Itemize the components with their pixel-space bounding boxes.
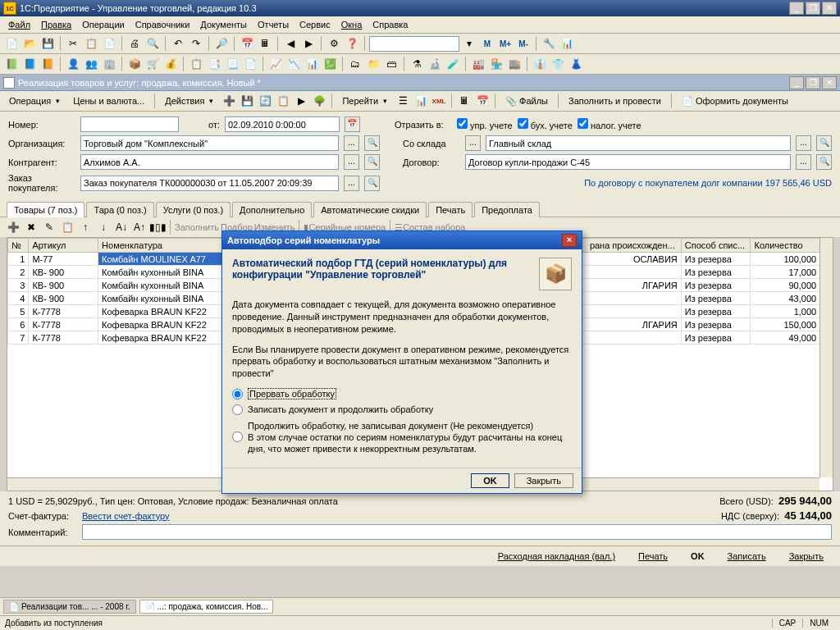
dog-choose-button[interactable]: ... xyxy=(796,154,811,170)
tb2-icon[interactable]: 📁 xyxy=(365,56,381,72)
tb2-icon[interactable]: 📄 xyxy=(242,56,258,72)
tb2-icon[interactable]: 🛒 xyxy=(144,56,161,72)
copy-icon[interactable]: 📋 xyxy=(83,35,99,52)
down-icon[interactable]: ↓ xyxy=(95,219,112,235)
radio-continue[interactable]: Продолжить обработку, не записывая докум… xyxy=(232,420,572,455)
org-open-button[interactable]: 🔍 xyxy=(364,135,380,151)
doc-close-button[interactable]: ✕ xyxy=(822,76,837,89)
xml-icon[interactable]: XML xyxy=(431,93,447,109)
fill-post-button[interactable]: Заполнить и провести xyxy=(563,94,667,107)
date-picker-button[interactable]: 📅 xyxy=(345,116,360,132)
copy-row-icon[interactable]: 📋 xyxy=(59,219,75,235)
modal-close-btn[interactable]: Закрыть xyxy=(514,473,573,488)
wh-open-button[interactable]: 🔍 xyxy=(816,135,832,151)
calc-doc-icon[interactable]: 🖩 xyxy=(456,93,472,109)
tb2-icon[interactable]: 👗 xyxy=(568,56,584,72)
files-button[interactable]: 📎Файлы xyxy=(500,94,554,108)
sort-az-icon[interactable]: A↓ xyxy=(113,219,130,235)
radio-abort-input[interactable] xyxy=(232,389,243,399)
tb2-icon[interactable]: 💹 xyxy=(322,56,338,72)
menu-help[interactable]: Справка xyxy=(368,18,413,31)
number-input[interactable] xyxy=(80,116,179,132)
calc-input[interactable] xyxy=(369,36,459,52)
modal-titlebar[interactable]: Автоподбор серий номенклатуры × xyxy=(222,231,582,249)
del-row-icon[interactable]: ✖ xyxy=(23,219,39,235)
contr-open-button[interactable]: 🔍 xyxy=(364,154,380,170)
tab-goods[interactable]: Товары (7 поз.) xyxy=(7,202,84,217)
tb2-icon[interactable]: 🏭 xyxy=(470,56,486,72)
issue-docs-button[interactable]: 📄Оформить документы xyxy=(676,94,794,108)
up-icon[interactable]: ↑ xyxy=(77,219,94,235)
mem-mplus-button[interactable]: M+ xyxy=(497,35,514,52)
org-input[interactable] xyxy=(80,135,339,151)
next-icon[interactable]: ▶ xyxy=(300,35,317,52)
find-icon[interactable]: 🔎 xyxy=(213,35,230,52)
calendar-icon[interactable]: 📅 xyxy=(239,35,255,52)
doc-restore-button[interactable]: ❐ xyxy=(806,76,820,89)
sf-link[interactable]: Ввести счет-фактуру xyxy=(82,511,170,521)
date-input[interactable] xyxy=(225,116,340,132)
chk-upr[interactable]: упр. учете xyxy=(457,118,513,130)
calc-icon[interactable]: 🖩 xyxy=(257,35,273,52)
col-article[interactable]: Артикул xyxy=(29,239,98,253)
print-icon[interactable]: 🖨 xyxy=(126,35,143,52)
tb2-icon[interactable]: ⚗ xyxy=(409,56,425,72)
list-icon[interactable]: ☰ xyxy=(395,93,411,109)
refresh-icon[interactable]: 🔄 xyxy=(257,93,273,109)
prices-button[interactable]: Цены и валюта... xyxy=(67,94,150,107)
tb2-icon[interactable]: 🔬 xyxy=(427,56,443,72)
wh-input[interactable] xyxy=(486,135,791,151)
tb2-icon[interactable]: 🏬 xyxy=(506,56,523,72)
undo-icon[interactable]: ↶ xyxy=(170,35,186,52)
open-icon[interactable]: 📂 xyxy=(21,35,38,52)
wh-choose-button[interactable]: ... xyxy=(796,135,811,151)
new-icon[interactable]: 📄 xyxy=(3,35,20,52)
contr-input[interactable] xyxy=(80,154,339,170)
print-button[interactable]: Печать xyxy=(630,550,676,563)
radio-abort[interactable]: Прервать обработку xyxy=(232,388,572,399)
fill-grid-button[interactable]: Заполнить xyxy=(175,222,219,232)
save-button[interactable]: Записать xyxy=(719,550,774,563)
mem-mminus-button[interactable]: M- xyxy=(515,35,532,52)
tab-tara[interactable]: Тара (0 поз.) xyxy=(86,202,153,217)
tb2-icon[interactable]: 📋 xyxy=(188,56,204,72)
modal-close-button[interactable]: × xyxy=(562,234,577,247)
dog-input[interactable] xyxy=(465,154,791,170)
close-button[interactable]: ✕ xyxy=(822,2,837,15)
contr-choose-button[interactable]: ... xyxy=(344,154,359,170)
cal2-icon[interactable]: 📅 xyxy=(474,93,491,109)
preview-icon[interactable]: 🔍 xyxy=(144,35,161,52)
help-icon[interactable]: ❓ xyxy=(344,35,360,52)
redo-icon[interactable]: ↷ xyxy=(188,35,204,52)
tb2-icon[interactable]: 🏢 xyxy=(101,56,117,72)
tab-print[interactable]: Печать xyxy=(428,202,472,217)
minimize-button[interactable]: _ xyxy=(789,2,804,15)
order-open-button[interactable]: 🔍 xyxy=(364,176,380,191)
tb2-icon[interactable]: 📑 xyxy=(206,56,222,72)
tb2-icon[interactable]: 🏪 xyxy=(488,56,504,72)
sort-za-icon[interactable]: A↑ xyxy=(131,219,148,235)
col-method[interactable]: Способ спис... xyxy=(681,239,751,253)
close-doc-button[interactable]: Закрыть xyxy=(781,550,832,563)
tb2-icon[interactable]: 🧪 xyxy=(445,56,461,72)
save-doc-icon[interactable]: 💾 xyxy=(239,93,255,109)
menu-service[interactable]: Сервис xyxy=(294,18,336,31)
cut-icon[interactable]: ✂ xyxy=(65,35,81,52)
paste-icon[interactable]: 📄 xyxy=(101,35,117,52)
comment-input[interactable] xyxy=(82,524,832,540)
menu-documents[interactable]: Документы xyxy=(195,18,252,31)
tb2-icon[interactable]: 💰 xyxy=(162,56,179,72)
add-row-icon[interactable]: ➕ xyxy=(5,219,21,235)
post-icon[interactable]: ➕ xyxy=(221,93,237,109)
edit-row-icon[interactable]: ✎ xyxy=(41,219,57,235)
tab-discounts[interactable]: Автоматические скидки xyxy=(313,202,427,217)
modal-ok-button[interactable]: OK xyxy=(471,473,509,488)
menu-operations[interactable]: Операции xyxy=(77,18,129,31)
taskbar-item[interactable]: 📄Реализации тов... ... - 2008 г. xyxy=(3,600,136,614)
tab-prepay[interactable]: Предоплата xyxy=(474,202,540,217)
org-choose-button[interactable]: ... xyxy=(344,135,359,151)
mem-m-button[interactable]: M xyxy=(479,35,495,52)
tb2-icon[interactable]: 📊 xyxy=(304,56,320,72)
order-input[interactable] xyxy=(80,176,339,191)
tb2-icon[interactable]: 👥 xyxy=(83,56,99,72)
